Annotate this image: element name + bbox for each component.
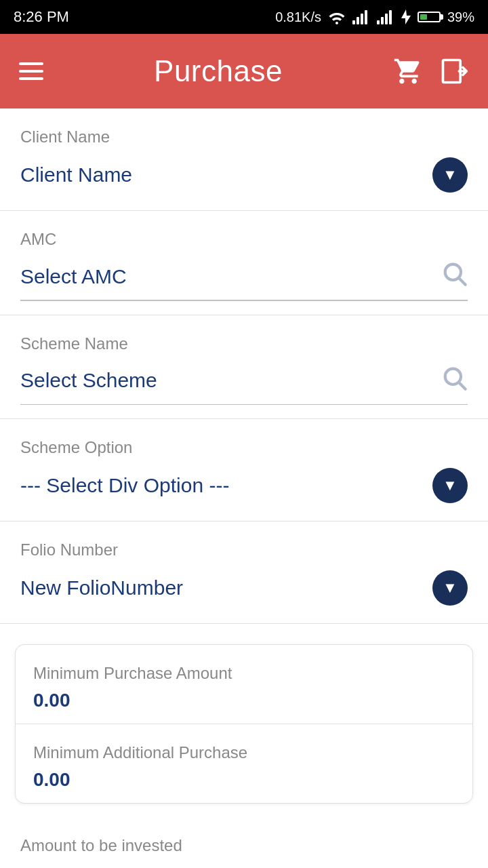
scheme-name-value: Select Scheme — [20, 369, 157, 392]
chevron-down-icon: ▼ — [443, 478, 458, 493]
signal2-icon — [377, 9, 394, 24]
wifi-icon — [328, 9, 346, 24]
client-name-field: Client Name Client Name ▼ — [0, 108, 488, 211]
client-name-label: Client Name — [20, 127, 468, 146]
scheme-option-value: --- Select Div Option --- — [20, 474, 229, 497]
folio-number-dropdown[interactable]: ▼ — [432, 570, 468, 606]
svg-rect-5 — [381, 17, 384, 24]
svg-rect-4 — [377, 20, 380, 24]
amc-field: AMC Select AMC — [0, 211, 488, 315]
client-name-value: Client Name — [20, 163, 132, 186]
min-additional-label: Minimum Additional Purchase — [33, 743, 455, 762]
battery-icon — [418, 12, 441, 22]
scheme-option-label: Scheme Option — [20, 438, 468, 457]
charging-icon — [401, 9, 411, 24]
svg-rect-2 — [361, 14, 363, 24]
logout-button[interactable] — [439, 56, 469, 86]
min-purchase-label: Minimum Purchase Amount — [33, 664, 455, 683]
min-purchase-row: Minimum Purchase Amount 0.00 — [16, 645, 472, 724]
min-additional-row: Minimum Additional Purchase 0.00 — [16, 724, 472, 803]
svg-rect-6 — [385, 14, 388, 24]
folio-number-value: New FolioNumber — [20, 576, 183, 599]
svg-rect-0 — [352, 20, 355, 24]
svg-rect-7 — [389, 10, 392, 24]
svg-rect-3 — [365, 10, 367, 24]
signal-icon — [352, 9, 370, 24]
status-icons: 0.81K/s 39% — [275, 9, 474, 25]
cart-icon — [393, 56, 423, 86]
search-icon — [441, 260, 468, 287]
amc-search-button[interactable] — [441, 260, 468, 293]
app-bar: Purchase — [0, 34, 488, 108]
scheme-search-button[interactable] — [441, 364, 468, 397]
main-content: Client Name Client Name ▼ AMC Select AMC… — [0, 108, 488, 868]
chevron-down-icon: ▼ — [443, 167, 458, 182]
search-icon — [441, 364, 468, 391]
purchase-info-card: Minimum Purchase Amount 0.00 Minimum Add… — [15, 644, 473, 804]
scheme-option-dropdown[interactable]: ▼ — [432, 468, 468, 503]
page-title: Purchase — [154, 54, 283, 88]
amount-section: Amount to be invested — [0, 817, 488, 868]
client-name-dropdown[interactable]: ▼ — [432, 157, 468, 193]
min-additional-value: 0.00 — [33, 769, 455, 791]
scheme-name-field: Scheme Name Select Scheme — [0, 315, 488, 420]
menu-button[interactable] — [19, 62, 43, 80]
app-bar-actions — [393, 56, 469, 86]
svg-line-12 — [460, 382, 466, 389]
scheme-option-field: Scheme Option --- Select Div Option --- … — [0, 419, 488, 521]
cart-button[interactable] — [393, 56, 423, 86]
amount-label: Amount to be invested — [20, 836, 468, 855]
svg-line-10 — [460, 279, 466, 285]
status-bar: 8:26 PM 0.81K/s 39 — [0, 0, 488, 34]
scheme-name-label: Scheme Name — [20, 334, 468, 353]
folio-number-label: Folio Number — [20, 540, 468, 559]
amc-value: Select AMC — [20, 265, 127, 288]
folio-number-field: Folio Number New FolioNumber ▼ — [0, 521, 488, 624]
amc-label: AMC — [20, 230, 468, 249]
status-time: 8:26 PM — [14, 8, 69, 26]
chevron-down-icon: ▼ — [443, 580, 458, 595]
svg-rect-8 — [443, 60, 460, 83]
min-purchase-value: 0.00 — [33, 690, 455, 711]
svg-rect-1 — [357, 17, 359, 24]
exit-icon — [439, 56, 469, 86]
